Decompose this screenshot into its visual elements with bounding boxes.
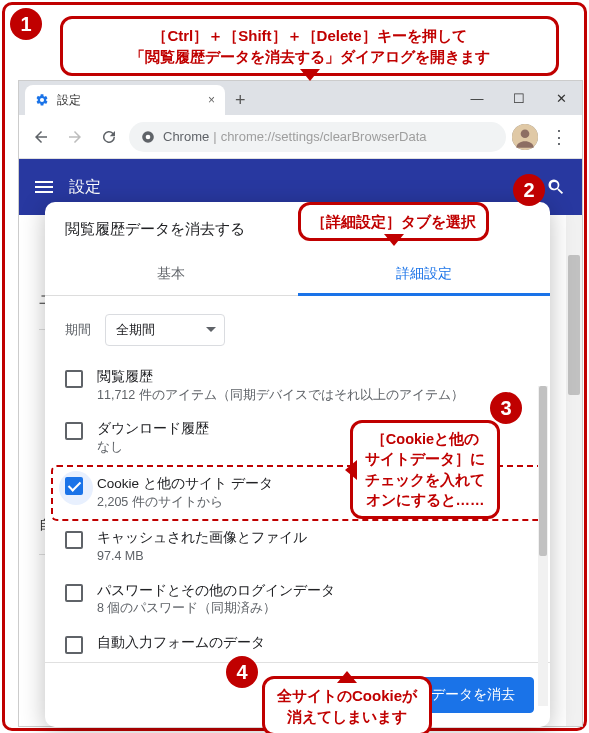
dialog-scrollbar-thumb[interactable] (539, 386, 547, 556)
tab-basic[interactable]: 基本 (45, 253, 298, 296)
annotation-text-3: ［Cookieと他の サイトデータ］に チェックを入れて オンにすると…… (365, 431, 485, 508)
tab-advanced[interactable]: 詳細設定 (298, 253, 551, 296)
checkbox-cache[interactable] (65, 531, 83, 549)
opt-title: Cookie と他のサイト データ (97, 475, 273, 494)
maximize-button[interactable]: ☐ (498, 81, 540, 115)
annotation-callout-4: 全サイトのCookieが 消えてしまいます (262, 676, 432, 733)
forward-button[interactable] (61, 123, 89, 151)
menu-button[interactable]: ⋮ (544, 126, 574, 148)
opt-sub: 2,205 件のサイトから (97, 494, 273, 512)
annotation-callout-1: ［Ctrl］＋［Shift］＋［Delete］キーを押して 「閲覧履歴データを消… (60, 16, 559, 76)
page-scrollbar-thumb[interactable] (568, 255, 580, 395)
checkbox-history[interactable] (65, 370, 83, 388)
opt-title: 閲覧履歴 (97, 368, 464, 387)
opt-title: 自動入力フォームのデータ (97, 634, 265, 653)
opt-title: ダウンロード履歴 (97, 420, 209, 439)
option-autofill[interactable]: 自動入力フォームのデータ (53, 626, 542, 656)
checkbox-passwords[interactable] (65, 584, 83, 602)
option-passwords[interactable]: パスワードとその他のログインデータ 8 個のパスワード（同期済み） (53, 574, 542, 626)
close-window-button[interactable]: ✕ (540, 81, 582, 115)
annotation-text-4: 全サイトのCookieが 消えてしまいます (277, 687, 417, 725)
chrome-icon (141, 130, 155, 144)
url-scheme: chrome:// (221, 129, 275, 144)
opt-title: パスワードとその他のログインデータ (97, 582, 335, 601)
window-controls: — ☐ ✕ (456, 81, 582, 115)
period-select[interactable]: 全期間 (105, 314, 225, 346)
option-history[interactable]: 閲覧履歴 11,712 件のアイテム（同期デバイスではそれ以上のアイテム） (53, 360, 542, 412)
address-bar: Chrome | chrome:// settings/clearBrowser… (19, 115, 582, 159)
dialog-tabs: 基本 詳細設定 (45, 253, 550, 296)
tab-title: 設定 (57, 92, 81, 109)
close-tab-icon[interactable]: × (208, 93, 215, 107)
annotation-text-1: ［Ctrl］＋［Shift］＋［Delete］キーを押して 「閲覧履歴データを消… (130, 27, 490, 65)
svg-point-3 (521, 129, 530, 138)
annotation-badge-1: 1 (10, 8, 42, 40)
period-label: 期間 (65, 321, 91, 339)
url-field[interactable]: Chrome | chrome:// settings/clearBrowser… (129, 122, 506, 152)
svg-point-1 (146, 134, 151, 139)
gear-icon (35, 93, 49, 107)
url-path: settings/clearBrowserData (275, 129, 427, 144)
annotation-callout-2: ［詳細設定］タブを選択 (298, 202, 489, 241)
profile-avatar[interactable] (512, 124, 538, 150)
checkbox-autofill[interactable] (65, 636, 83, 654)
annotation-badge-2: 2 (513, 174, 545, 206)
opt-sub: なし (97, 439, 209, 457)
checkbox-downloads[interactable] (65, 422, 83, 440)
annotation-text-2: ［詳細設定］タブを選択 (311, 213, 476, 230)
url-host: Chrome (163, 129, 209, 144)
settings-title: 設定 (69, 177, 101, 198)
search-icon[interactable] (546, 177, 566, 197)
new-tab-button[interactable]: + (225, 85, 256, 115)
hamburger-icon[interactable] (35, 181, 53, 193)
annotation-callout-3: ［Cookieと他の サイトデータ］に チェックを入れて オンにすると…… (350, 420, 500, 519)
opt-sub: 97.4 MB (97, 548, 307, 566)
option-cache[interactable]: キャッシュされた画像とファイル 97.4 MB (53, 521, 542, 573)
checkbox-cookies[interactable] (65, 477, 83, 495)
back-button[interactable] (27, 123, 55, 151)
annotation-badge-3: 3 (490, 392, 522, 424)
opt-sub: 8 個のパスワード（同期済み） (97, 600, 335, 618)
minimize-button[interactable]: — (456, 81, 498, 115)
opt-sub: 11,712 件のアイテム（同期デバイスではそれ以上のアイテム） (97, 387, 464, 405)
reload-button[interactable] (95, 123, 123, 151)
annotation-badge-4: 4 (226, 656, 258, 688)
opt-title: キャッシュされた画像とファイル (97, 529, 307, 548)
browser-tab[interactable]: 設定 × (25, 85, 225, 115)
